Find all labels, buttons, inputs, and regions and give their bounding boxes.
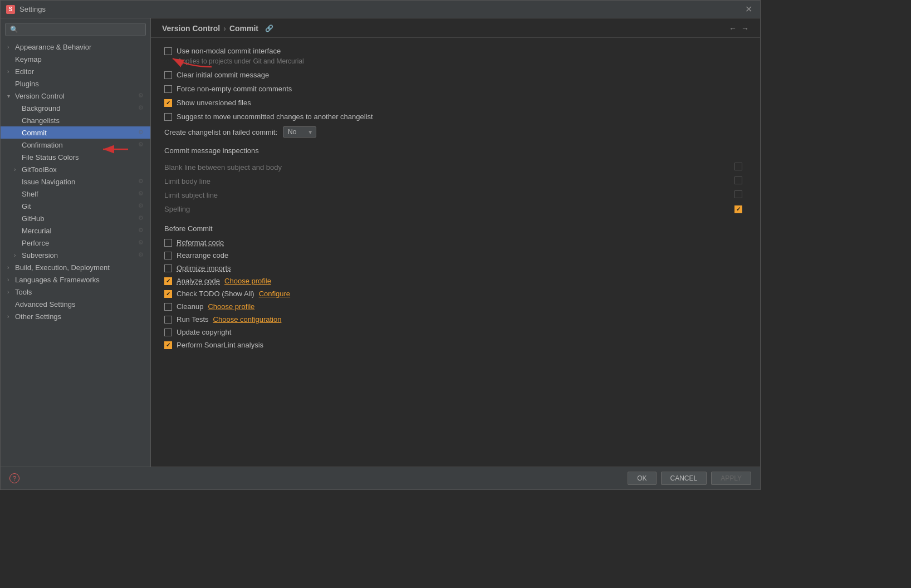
sidebar-item-tools[interactable]: ›Tools [1,286,150,298]
before-commit-optimize: Optimize imports [164,264,747,272]
analyze-label: Analyze code [177,277,220,285]
inspection-subject-checkbox[interactable] [734,190,742,198]
todo-checkbox[interactable] [164,290,172,298]
reformat-checkbox[interactable] [164,239,172,247]
cleanup-checkbox[interactable] [164,303,172,311]
show-unversioned-label[interactable]: Show unversioned files [164,99,251,107]
sidebar-item-languages[interactable]: ›Languages & Frameworks [1,273,150,286]
breadcrumb-separator: › [223,24,226,33]
inspection-label: Limit body line [164,174,692,188]
clear-initial-label[interactable]: Clear initial commit message [164,71,269,79]
inspection-spelling-checkbox[interactable] [734,205,742,213]
todo-configure-link[interactable]: Configure [259,290,290,298]
create-changelist-select[interactable]: No Yes Ask [283,126,316,138]
show-unversioned-checkbox[interactable] [164,99,172,107]
sidebar-item-label: Languages & Frameworks [15,276,146,284]
sidebar-item-changelists[interactable]: Changelists [1,114,150,126]
sidebar-item-keymap[interactable]: Keymap [1,53,150,65]
nav-forward-button[interactable]: → [741,24,749,33]
force-non-empty-text: Force non-empty commit comments [177,85,292,93]
close-button[interactable]: ✕ [743,4,755,14]
gear-icon: ⚙ [138,178,146,185]
suggest-move-text: Suggest to move uncommitted changes to a… [177,112,373,121]
sidebar-item-other[interactable]: ›Other Settings [1,310,150,322]
sidebar-item-label: Advanced Settings [15,300,146,308]
breadcrumb-parent: Version Control [162,24,220,33]
breadcrumb: Version Control › Commit 🔗 [162,24,273,33]
sidebar-item-commit[interactable]: Commit⚙ [1,126,150,139]
sidebar-item-git[interactable]: Git⚙ [1,200,150,212]
inspection-label: Spelling [164,202,692,215]
pin-icon: 🔗 [265,24,273,32]
clear-initial-text: Clear initial commit message [177,71,269,79]
sidebar-item-perforce[interactable]: Perforce⚙ [1,237,150,249]
sidebar-item-label: GitToolBox [22,165,146,174]
inspection-row: Limit subject line [164,188,747,202]
force-non-empty-checkbox[interactable] [164,85,172,93]
apply-button[interactable]: APPLY [711,472,751,485]
inspection-body-checkbox[interactable] [734,177,742,184]
non-modal-label[interactable]: Use non-modal commit interface [164,47,281,55]
sidebar-item-github[interactable]: GitHub⚙ [1,212,150,224]
sidebar-item-plugins[interactable]: Plugins [1,77,150,90]
before-commit-analyze: Analyze code Choose profile [164,277,747,285]
suggest-move-checkbox[interactable] [164,113,172,121]
gear-icon: ⚙ [138,251,146,259]
clear-initial-checkbox[interactable] [164,71,172,79]
cancel-button[interactable]: CANCEL [661,472,707,485]
sonarlint-checkbox[interactable] [164,341,172,349]
sidebar-item-issue-navigation[interactable]: Issue Navigation⚙ [1,175,150,188]
sonarlint-label: Perform SonarLint analysis [177,341,263,349]
search-input[interactable] [21,26,141,33]
gear-icon: ⚙ [138,214,146,222]
sidebar-item-file-status-colors[interactable]: File Status Colors [1,151,150,163]
run-tests-config-link[interactable]: Choose configuration [213,315,282,324]
inspection-blank-checkbox[interactable] [734,163,742,170]
nav-arrows: ← → [729,24,749,33]
force-non-empty-label[interactable]: Force non-empty commit comments [164,85,292,93]
sidebar-item-build-execution[interactable]: ›Build, Execution, Deployment [1,261,150,273]
ok-button[interactable]: OK [628,472,656,485]
help-button[interactable]: ? [9,473,19,483]
question-mark-icon: ? [13,475,16,482]
inspection-row: Spelling [164,202,747,215]
sidebar-item-background[interactable]: Background⚙ [1,102,150,114]
rearrange-label: Rearrange code [177,251,228,259]
analyze-profile-link[interactable]: Choose profile [224,277,271,285]
sidebar-item-editor[interactable]: ›Editor [1,65,150,77]
search-box[interactable]: 🔍 [5,23,146,36]
copyright-checkbox[interactable] [164,329,172,336]
run-tests-checkbox[interactable] [164,316,172,324]
show-unversioned-row: Show unversioned files [164,99,747,107]
cleanup-label: Cleanup [177,302,203,311]
nav-arrow-icon: › [7,68,14,75]
nav-arrow-icon: › [7,277,14,283]
gear-icon: ⚙ [138,129,146,136]
cleanup-profile-link[interactable]: Choose profile [208,302,254,311]
main-content: Use non-modal commit interface Applies t… [151,38,760,467]
sidebar-item-subversion[interactable]: ›Subversion⚙ [1,249,150,261]
sidebar-item-version-control[interactable]: ▾Version Control⚙ [1,90,150,102]
analyze-checkbox[interactable] [164,277,172,285]
optimize-checkbox[interactable] [164,264,172,272]
sidebar-item-advanced[interactable]: Advanced Settings [1,298,150,310]
main-panel: Version Control › Commit 🔗 ← → Use non-m… [151,18,760,467]
suggest-move-label[interactable]: Suggest to move uncommitted changes to a… [164,112,373,121]
sidebar-item-mercurial[interactable]: Mercurial⚙ [1,224,150,237]
sidebar-item-appearance[interactable]: ›Appearance & Behavior [1,41,150,53]
nav-arrow-icon: › [7,264,14,271]
nav-arrow-icon: › [7,313,14,320]
sidebar-item-shelf[interactable]: Shelf⚙ [1,188,150,200]
nav-back-button[interactable]: ← [729,24,737,33]
sidebar-item-confirmation[interactable]: Confirmation⚙ [1,139,150,151]
create-changelist-label: Create changelist on failed commit: [164,128,277,136]
non-modal-checkbox[interactable] [164,47,172,55]
window-title: Settings [19,5,743,13]
sidebar-item-label: Other Settings [15,312,146,321]
before-commit-todo: Check TODO (Show All) Configure [164,290,747,298]
sidebar-item-label: Appearance & Behavior [15,43,146,51]
sidebar-item-gittoolbox[interactable]: ›GitToolBox [1,163,150,175]
optimize-label: Optimize imports [177,264,231,272]
rearrange-checkbox[interactable] [164,252,172,259]
gear-icon: ⚙ [138,92,146,100]
